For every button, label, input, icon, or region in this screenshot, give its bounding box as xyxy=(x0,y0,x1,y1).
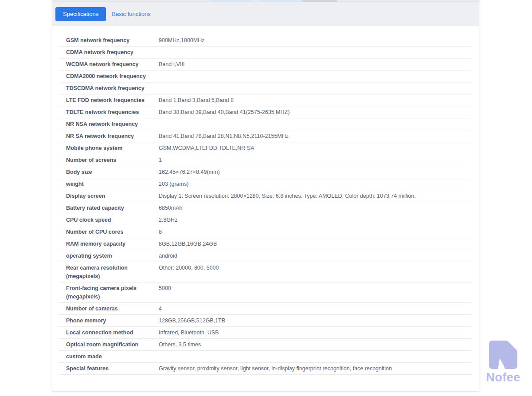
spec-label: Special features xyxy=(59,363,159,374)
table-row: Body size 162.45×76.27×8.49(mm) xyxy=(59,166,471,178)
table-row: Display screen Display 1: Screen resolut… xyxy=(59,190,471,202)
spec-value: 128GB,256GB,512GB,1TB xyxy=(159,315,471,326)
spec-value: 203 (grams) xyxy=(159,178,471,190)
table-row: TDSCDMA network frequency xyxy=(59,82,471,94)
spec-value: Other: 20000, 800, 5000 xyxy=(159,262,471,274)
spec-label: TDSCDMA network frequency xyxy=(59,82,159,94)
spec-label: LTE FDD network frequencies xyxy=(59,94,159,106)
table-row: NR NSA network frequency xyxy=(59,118,471,130)
table-row: LTE FDD network frequencies Band 1,Band … xyxy=(59,94,471,106)
table-row: NR SA network frequency Band 41,Band 78,… xyxy=(59,130,471,142)
spec-value: 900MHz,1800MHz xyxy=(159,35,471,46)
spec-label: NR SA network frequency xyxy=(59,130,159,142)
table-row: WCDMA network frequency Band I,VIII xyxy=(59,59,471,71)
spec-label: RAM memory capacity xyxy=(59,238,159,250)
watermark-label: Nofee xyxy=(483,371,523,384)
table-row: custom made xyxy=(59,351,471,363)
spec-label: Body size xyxy=(59,166,159,178)
table-row: Mobile phone system GSM,WCDMA,LTEFDD,TDL… xyxy=(59,142,471,154)
spec-value xyxy=(159,47,471,58)
spec-label: Mobile phone system xyxy=(59,142,159,154)
spec-label: Local connection method xyxy=(59,327,159,338)
spec-value: 1 xyxy=(159,154,471,166)
watermark: Nofee xyxy=(483,341,523,384)
spec-label: Rear camera resolution (megapixels) xyxy=(59,262,159,282)
table-row: Battery rated capacity 6850mAh xyxy=(59,202,471,214)
spec-value: 4 xyxy=(159,303,471,314)
tab-basic-functions[interactable]: Basic functions xyxy=(112,11,150,17)
spec-label: Phone memory xyxy=(59,315,159,326)
table-row: Optical zoom magnification Others, 3.5 t… xyxy=(59,339,471,351)
spec-label: Front-facing camera pixels (megapixels) xyxy=(59,282,159,302)
spec-value: android xyxy=(159,250,471,262)
spec-label: Display screen xyxy=(59,190,159,202)
spec-label: GSM network frequency xyxy=(59,35,159,46)
spec-value: Band 41,Band 78,Band 28,N1,N8,N5,2110-21… xyxy=(159,130,471,142)
spec-label: Battery rated capacity xyxy=(59,202,159,214)
table-row: Number of cameras 4 xyxy=(59,303,471,315)
spec-value: Band 1,Band 3,Band 5,Band 8 xyxy=(159,94,471,106)
table-row: GSM network frequency 900MHz,1800MHz xyxy=(59,35,471,47)
spec-value xyxy=(159,82,471,94)
spec-label: Number of cameras xyxy=(59,303,159,314)
table-row: Special features Gravity sensor, proximi… xyxy=(59,363,471,375)
spec-value: GSM,WCDMA,LTEFDD,TDLTE,NR SA xyxy=(159,142,471,154)
spec-value: 8GB,12GB,16GB,24GB xyxy=(159,238,471,250)
spec-value: 162.45×76.27×8.49(mm) xyxy=(159,166,471,178)
spec-label: NR NSA network frequency xyxy=(59,118,159,130)
tab-bar: Specifications Basic functions xyxy=(52,2,479,26)
table-row: weight 203 (grams) xyxy=(59,178,471,190)
specifications-card: Specifications Basic functions GSM netwo… xyxy=(52,2,479,392)
spec-value: Gravity sensor, proximity sensor, light … xyxy=(159,363,471,374)
table-row: Front-facing camera pixels (megapixels) … xyxy=(59,282,471,303)
table-row: CPU clock speed 2.8GHz xyxy=(59,214,471,226)
table-row: RAM memory capacity 8GB,12GB,16GB,24GB xyxy=(59,238,471,250)
spec-value: 2.8GHz xyxy=(159,214,471,226)
spec-value xyxy=(159,71,471,82)
tab-specifications[interactable]: Specifications xyxy=(55,7,106,21)
spec-label: WCDMA network frequency xyxy=(59,59,159,70)
spec-value xyxy=(159,351,471,362)
spec-label: CPU clock speed xyxy=(59,214,159,226)
spec-value xyxy=(159,118,471,130)
spec-label: custom made xyxy=(59,351,159,362)
table-row: TDLTE network frequencies Band 38,Band 3… xyxy=(59,106,471,118)
spec-value: Others, 3.5 times xyxy=(159,339,471,350)
spec-value: Band I,VIII xyxy=(159,59,471,70)
table-row: Rear camera resolution (megapixels) Othe… xyxy=(59,262,471,282)
spec-value: Band 38,Band 39,Band 40,Band 41(2575-263… xyxy=(159,106,471,118)
spec-label: operating system xyxy=(59,250,159,262)
spec-value: Infrared, Bluetooth, USB xyxy=(159,327,471,338)
spec-label: CDMA2000 network frequency xyxy=(59,71,159,82)
spec-label: Number of CPU cores xyxy=(59,226,159,238)
spec-label: CDMA network frequency xyxy=(59,47,159,58)
table-row: CDMA network frequency xyxy=(59,47,471,59)
spec-value: 8 xyxy=(159,226,471,238)
table-row: Phone memory 128GB,256GB,512GB,1TB xyxy=(59,315,471,327)
table-row: Local connection method Infrared, Blueto… xyxy=(59,327,471,339)
spec-label: weight xyxy=(59,178,159,190)
spec-table: GSM network frequency 900MHz,1800MHz CDM… xyxy=(59,35,471,375)
spec-label: Number of screens xyxy=(59,154,159,166)
spec-value: 6850mAh xyxy=(159,202,471,214)
spec-label: TDLTE network frequencies xyxy=(59,106,159,118)
table-row: CDMA2000 network frequency xyxy=(59,71,471,82)
table-row: Number of screens 1 xyxy=(59,154,471,166)
table-row: operating system android xyxy=(59,250,471,262)
spec-value: Display 1: Screen resolution: 2800×1280,… xyxy=(159,190,471,202)
spec-label: Optical zoom magnification xyxy=(59,339,159,350)
nofee-logo-icon xyxy=(489,341,517,369)
table-row: Number of CPU cores 8 xyxy=(59,226,471,238)
spec-value: 5000 xyxy=(159,282,471,294)
